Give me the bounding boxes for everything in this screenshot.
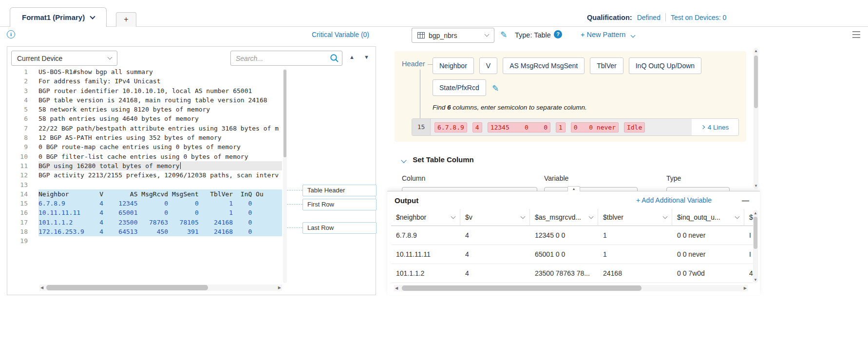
panel-vertical-scrollbar[interactable]: ▲ ▼ (754, 48, 758, 189)
code-text: 0 BGP filter-list cache entries using 0 … (38, 152, 282, 161)
tab-format1[interactable]: Format1 (Primary) (10, 7, 107, 27)
pattern-definition-box: Header NeighborVAS MsgRcvd MsgSentTblVer… (395, 51, 746, 142)
qualification-value-link[interactable]: Defined (637, 14, 660, 21)
scrollbar-thumb[interactable] (283, 70, 286, 157)
output-column-header[interactable]: $st (744, 209, 753, 226)
device-select[interactable]: Current Device (11, 51, 117, 66)
column-label: Column (402, 174, 425, 182)
add-additional-variable-link[interactable]: + Add Additional Variable (636, 196, 712, 204)
output-column-header[interactable]: $v (460, 209, 530, 226)
add-tab-button[interactable]: + (116, 12, 136, 27)
code-line[interactable]: 722/22 BGP path/bestpath attribute entri… (7, 124, 370, 133)
pattern-column-box[interactable]: State/PfxRcd (433, 79, 486, 96)
matched-token[interactable]: 4 (472, 122, 482, 132)
scroll-up-icon[interactable]: ▲ (754, 48, 758, 54)
annotation-first-row[interactable]: First Row (302, 199, 377, 210)
output-column-header[interactable]: $inq_outq_u... (672, 209, 744, 226)
pattern-column-box[interactable]: AS MsgRcvd MsgSent (503, 57, 585, 74)
search-box (230, 51, 342, 66)
scrollbar-thumb[interactable] (754, 56, 758, 108)
code-text: 10.11.11.11 4 65001 0 0 1 0 (38, 208, 282, 217)
output-horizontal-scrollbar[interactable]: ◀ ▶ (394, 285, 748, 291)
type-column-label: Type (666, 174, 681, 182)
expand-lines-link[interactable]: 4 Lines (692, 119, 738, 135)
scroll-right-icon[interactable]: ▶ (278, 284, 281, 291)
code-line[interactable]: 4BGP table version is 24168, main routin… (7, 95, 370, 105)
pattern-select[interactable]: bgp_nbrs (412, 28, 494, 43)
menu-icon[interactable] (852, 31, 861, 38)
scrollbar-thumb[interactable] (402, 285, 642, 291)
output-cell: 4 (460, 245, 530, 264)
editor-horizontal-scrollbar[interactable]: ◀ ▶ (39, 284, 282, 291)
code-line[interactable]: 3BGP router identifier 10.10.10.10, loca… (7, 86, 370, 95)
annotation-last-row[interactable]: Last Row (302, 222, 377, 234)
scrollbar-thumb[interactable] (46, 285, 208, 290)
line-number: 15 (7, 199, 35, 208)
scroll-right-icon[interactable]: ▶ (744, 285, 747, 291)
find-next-button[interactable]: ▼ (364, 54, 369, 60)
line-number: 7 (7, 124, 35, 133)
edit-header-icon[interactable]: ✎ (492, 83, 499, 94)
line-number: 10 (7, 152, 35, 161)
set-table-column-toggle[interactable]: Set Table Column (402, 155, 474, 164)
line-number: 17 (7, 218, 35, 227)
line-number: 1 (7, 67, 35, 76)
pattern-column-box[interactable]: TblVer (590, 57, 623, 74)
line-number: 18 (7, 227, 35, 236)
code-text: For address family: IPv4 Unicast (38, 76, 282, 86)
matched-token[interactable]: 6.7.8.9 (434, 122, 467, 132)
pattern-column-box[interactable]: Neighbor (433, 57, 474, 74)
code-area[interactable]: 1US-BOS-R1#show bgp all summary2For addr… (7, 67, 370, 246)
matched-token[interactable]: Idle (624, 122, 645, 132)
scroll-left-icon[interactable]: ◀ (395, 285, 398, 291)
code-line[interactable]: 2For address family: IPv4 Unicast (7, 76, 370, 86)
scroll-down-icon[interactable]: ▼ (754, 183, 758, 189)
annotation-table-header[interactable]: Table Header (302, 185, 377, 196)
code-line[interactable]: 90 BGP route-map cache entries using 0 b… (7, 142, 370, 151)
output-cell: 4 (460, 226, 530, 245)
scroll-up-icon[interactable]: ▲ (753, 210, 758, 216)
output-column-header[interactable]: $as_msgrcvd... (530, 209, 598, 226)
info-icon[interactable]: i (7, 30, 15, 38)
code-line[interactable]: 1US-BOS-R1#show bgp all summary (7, 67, 370, 76)
help-icon[interactable]: ? (554, 30, 562, 38)
code-text: BGP router identifier 10.10.10.10, local… (38, 86, 282, 95)
table-row[interactable]: 6.7.8.9412345 0 010 0 neverI (391, 226, 753, 245)
set-table-column-title: Set Table Column (413, 155, 474, 164)
editor-vertical-scrollbar[interactable] (283, 69, 287, 283)
collapse-output-handle[interactable]: ▲ (567, 186, 580, 191)
table-row[interactable]: 10.11.11.11465001 0 010 0 neverI (391, 245, 753, 264)
search-icon[interactable] (330, 54, 339, 63)
sample-row-strip: 6.7.8.9412345 0 010 0 neverIdle (431, 119, 692, 135)
output-column-header[interactable]: $neighbor (391, 209, 460, 226)
code-line[interactable]: 12BGP activity 2213/2155 prefixes, 12096… (7, 170, 370, 180)
sample-line-number: 15 (412, 119, 431, 135)
pattern-column-box[interactable]: InQ OutQ Up/Down (629, 57, 701, 74)
code-line[interactable]: 11BGP using 16280 total bytes of memory (7, 161, 370, 170)
output-vertical-scrollbar[interactable]: ▲ ▼ (753, 210, 758, 283)
output-panel: ▲ Output + Add Additional Variable — $ne… (387, 191, 760, 295)
code-line[interactable]: 100 BGP filter-list cache entries using … (7, 152, 370, 161)
code-line[interactable]: 19 (7, 236, 370, 246)
find-previous-button[interactable]: ▲ (349, 54, 355, 60)
test-on-devices-link[interactable]: Test on Devices: 0 (671, 14, 726, 21)
pattern-column-box[interactable]: V (479, 57, 497, 74)
scroll-down-icon[interactable]: ▼ (753, 277, 758, 283)
new-pattern-button[interactable]: + New Pattern (581, 31, 635, 38)
output-column-header[interactable]: $tblver (598, 209, 672, 226)
code-line[interactable]: 812 BGP AS-PATH entries using 352 bytes … (7, 133, 370, 142)
matched-token[interactable]: 0 0 never (571, 122, 619, 132)
critical-variable-link[interactable]: Critical Variable (0) (312, 31, 369, 38)
code-line[interactable]: 658 path entries using 4640 bytes of mem… (7, 114, 370, 123)
qualification-label: Qualification: (587, 14, 632, 21)
minimize-output-button[interactable]: — (742, 196, 749, 205)
matched-token[interactable]: 1 (556, 122, 566, 132)
lines-link-label: 4 Lines (708, 124, 729, 131)
scroll-left-icon[interactable]: ◀ (40, 284, 43, 291)
code-line[interactable]: 558 network entries using 8120 bytes of … (7, 105, 370, 114)
table-row[interactable]: 101.1.1.2423500 78763 78...241680 0 7w0d… (391, 264, 753, 283)
matched-token[interactable]: 12345 0 0 (488, 122, 550, 132)
search-input[interactable] (230, 51, 342, 66)
edit-pattern-icon[interactable]: ✎ (500, 30, 507, 40)
scrollbar-thumb[interactable] (754, 217, 757, 249)
